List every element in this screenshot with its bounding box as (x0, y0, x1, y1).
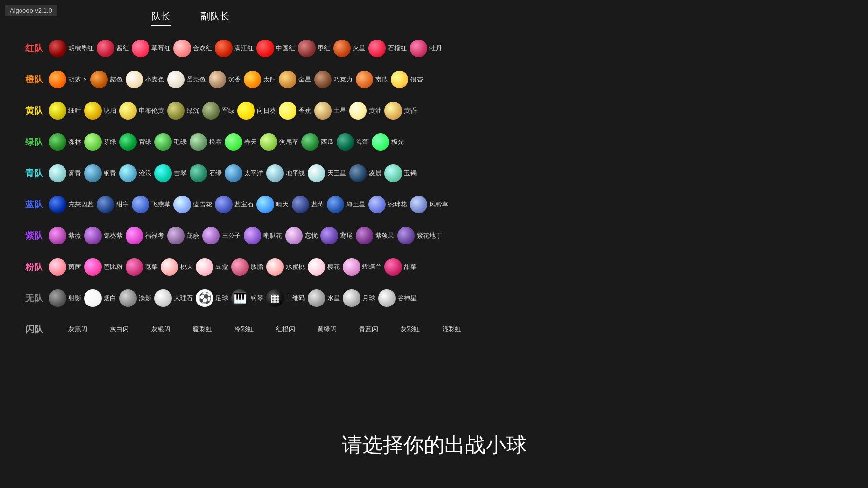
ball-circle-green-1[interactable] (84, 133, 102, 151)
tab-captain[interactable]: 队长 (151, 10, 171, 26)
ball-item-orange-7[interactable]: 巧克力 (314, 71, 353, 88)
ball-item-flash-4[interactable]: 冷彩虹 (215, 321, 254, 338)
ball-circle-cyan-4[interactable] (190, 164, 207, 182)
ball-item-flash-6[interactable]: 黄绿闪 (298, 321, 337, 338)
ball-circle-yellow-9[interactable] (384, 102, 402, 120)
ball-circle-red-4[interactable] (215, 40, 233, 57)
ball-item-yellow-4[interactable]: 军绿 (202, 102, 234, 120)
ball-item-yellow-5[interactable]: 向日葵 (237, 102, 276, 120)
ball-item-none-6[interactable]: ▦二维码 (266, 289, 305, 307)
ball-circle-blue-3[interactable] (173, 196, 191, 213)
ball-circle-flash-5[interactable] (256, 321, 274, 338)
ball-item-purple-7[interactable]: 鸢尾 (320, 227, 353, 244)
ball-item-cyan-7[interactable]: 天王星 (308, 164, 346, 182)
ball-item-orange-5[interactable]: 太阳 (244, 71, 276, 88)
ball-item-blue-1[interactable]: 绀宇 (97, 196, 129, 213)
ball-circle-green-7[interactable] (301, 133, 319, 151)
ball-item-yellow-0[interactable]: 细叶 (49, 102, 81, 120)
ball-item-orange-6[interactable]: 金星 (279, 71, 311, 88)
ball-circle-flash-9[interactable] (423, 321, 440, 338)
ball-item-cyan-9[interactable]: 玉镯 (384, 164, 417, 182)
ball-circle-orange-0[interactable] (49, 71, 66, 88)
ball-circle-red-9[interactable] (410, 40, 427, 57)
ball-item-red-8[interactable]: 石榴红 (368, 40, 407, 57)
ball-item-cyan-4[interactable]: 石绿 (190, 164, 222, 182)
ball-circle-none-9[interactable] (378, 289, 396, 307)
ball-circle-cyan-1[interactable] (84, 164, 102, 182)
ball-item-cyan-1[interactable]: 钢青 (84, 164, 116, 182)
ball-item-red-7[interactable]: 火星 (333, 40, 365, 57)
ball-item-purple-5[interactable]: 喇叭花 (244, 227, 282, 244)
ball-circle-red-8[interactable] (368, 40, 386, 57)
ball-circle-none-7[interactable] (308, 289, 325, 307)
ball-item-none-2[interactable]: 淡影 (119, 289, 151, 307)
ball-circle-yellow-0[interactable] (49, 102, 66, 120)
ball-circle-none-1[interactable] (84, 289, 102, 307)
ball-item-none-4[interactable]: ⚽足球 (196, 289, 228, 307)
ball-circle-blue-6[interactable] (292, 196, 309, 213)
ball-circle-red-1[interactable] (97, 40, 114, 57)
ball-item-flash-8[interactable]: 灰彩虹 (381, 321, 420, 338)
ball-item-orange-8[interactable]: 南瓜 (356, 71, 388, 88)
ball-item-flash-5[interactable]: 红橙闪 (256, 321, 295, 338)
ball-circle-none-8[interactable] (343, 289, 360, 307)
ball-item-pink-5[interactable]: 胭脂 (231, 258, 263, 276)
ball-circle-none-3[interactable] (154, 289, 172, 307)
ball-circle-flash-8[interactable] (381, 321, 399, 338)
ball-circle-flash-1[interactable] (90, 321, 108, 338)
ball-circle-orange-3[interactable] (167, 71, 185, 88)
ball-circle-green-9[interactable] (372, 133, 389, 151)
ball-circle-purple-1[interactable] (84, 227, 102, 244)
ball-item-cyan-5[interactable]: 太平洋 (225, 164, 263, 182)
ball-circle-orange-6[interactable] (279, 71, 296, 88)
ball-item-green-9[interactable]: 极光 (372, 133, 404, 151)
ball-item-purple-0[interactable]: 紫薇 (49, 227, 81, 244)
ball-circle-flash-4[interactable] (215, 321, 233, 338)
ball-circle-yellow-6[interactable] (279, 102, 296, 120)
ball-item-purple-6[interactable]: 忘忧 (285, 227, 318, 244)
ball-circle-flash-6[interactable] (298, 321, 316, 338)
ball-circle-flash-0[interactable] (49, 321, 66, 338)
ball-circle-red-7[interactable] (333, 40, 351, 57)
ball-circle-purple-2[interactable] (126, 227, 143, 244)
ball-item-cyan-2[interactable]: 沧浪 (119, 164, 151, 182)
ball-circle-yellow-2[interactable] (119, 102, 137, 120)
ball-circle-green-4[interactable] (190, 133, 207, 151)
ball-item-flash-7[interactable]: 青蓝闪 (339, 321, 378, 338)
ball-item-none-8[interactable]: 月球 (343, 289, 375, 307)
ball-item-blue-6[interactable]: 蓝莓 (292, 196, 324, 213)
ball-item-pink-8[interactable]: 蝴蝶兰 (343, 258, 381, 276)
ball-item-green-7[interactable]: 西瓜 (301, 133, 334, 151)
ball-item-orange-0[interactable]: 胡萝卜 (49, 71, 87, 88)
ball-item-pink-6[interactable]: 水蜜桃 (266, 258, 305, 276)
ball-item-flash-3[interactable]: 暖彩虹 (173, 321, 212, 338)
ball-item-green-0[interactable]: 森林 (49, 133, 81, 151)
ball-item-orange-2[interactable]: 小麦色 (126, 71, 164, 88)
ball-item-purple-9[interactable]: 紫花地丁 (397, 227, 442, 244)
ball-item-flash-0[interactable]: 灰黑闪 (49, 321, 87, 338)
ball-item-cyan-3[interactable]: 吉翠 (154, 164, 187, 182)
ball-item-cyan-6[interactable]: 地平线 (266, 164, 305, 182)
ball-circle-pink-3[interactable] (161, 258, 178, 276)
ball-circle-cyan-2[interactable] (119, 164, 137, 182)
ball-circle-orange-4[interactable] (209, 71, 226, 88)
ball-item-purple-4[interactable]: 三公子 (202, 227, 241, 244)
ball-item-none-9[interactable]: 谷神星 (378, 289, 417, 307)
ball-circle-red-3[interactable] (173, 40, 191, 57)
ball-item-yellow-8[interactable]: 黄油 (349, 102, 381, 120)
ball-circle-yellow-7[interactable] (314, 102, 332, 120)
ball-item-red-5[interactable]: 中国红 (256, 40, 295, 57)
ball-item-blue-9[interactable]: 风铃草 (410, 196, 448, 213)
ball-circle-none-0[interactable] (49, 289, 66, 307)
ball-item-none-5[interactable]: 🎹钢琴 (231, 289, 263, 307)
ball-item-blue-0[interactable]: 克莱因蓝 (49, 196, 94, 213)
ball-item-pink-7[interactable]: 樱花 (308, 258, 340, 276)
ball-circle-cyan-9[interactable] (384, 164, 402, 182)
ball-circle-green-3[interactable] (154, 133, 172, 151)
ball-circle-yellow-4[interactable] (202, 102, 220, 120)
ball-item-blue-2[interactable]: 飞燕草 (132, 196, 170, 213)
ball-item-green-2[interactable]: 官绿 (119, 133, 151, 151)
ball-item-flash-1[interactable]: 灰白闪 (90, 321, 129, 338)
ball-circle-flash-3[interactable] (173, 321, 191, 338)
ball-circle-green-2[interactable] (119, 133, 137, 151)
